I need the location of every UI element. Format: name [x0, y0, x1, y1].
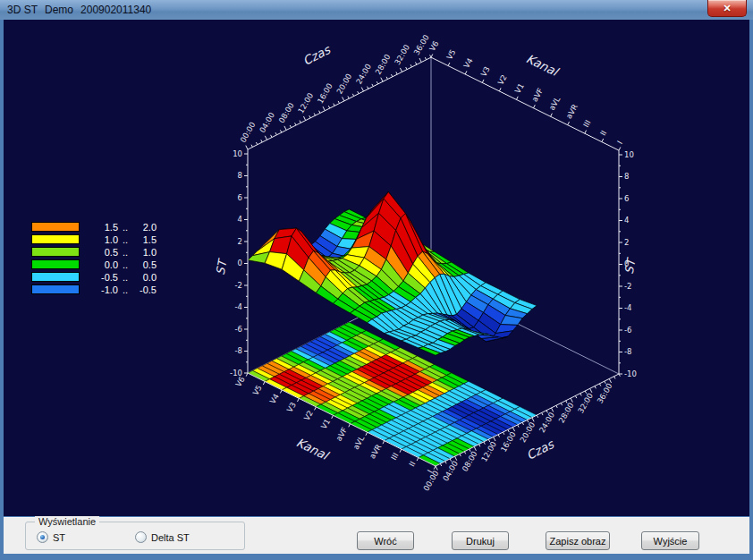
svg-text:6: 6 [624, 194, 629, 203]
svg-text:32:00: 32:00 [576, 392, 595, 415]
svg-text:-8: -8 [235, 346, 242, 355]
svg-text:V3: V3 [478, 64, 491, 78]
radio-delta-st-label[interactable]: Delta ST [151, 532, 190, 543]
save-image-button[interactable]: Zapisz obraz [546, 531, 610, 550]
svg-text:Kanal: Kanal [524, 51, 563, 80]
svg-text:-4: -4 [624, 303, 631, 312]
svg-text:V1: V1 [513, 81, 526, 95]
svg-text:6: 6 [238, 193, 242, 202]
svg-text:II: II [598, 129, 608, 137]
legend-label: -0.5..0.0 [94, 272, 157, 283]
svg-text:V2: V2 [495, 73, 508, 87]
legend-swatch [31, 272, 80, 282]
svg-text:-8: -8 [624, 347, 631, 356]
svg-text:8: 8 [624, 172, 629, 181]
svg-text:V3: V3 [285, 401, 298, 414]
svg-text:V4: V4 [461, 56, 474, 70]
groupbox-label: Wyświetlanie [35, 516, 99, 527]
legend-label: -1.0..-0.5 [94, 284, 157, 295]
legend-label: 1.5..2.0 [94, 222, 157, 233]
svg-text:24:00: 24:00 [354, 63, 373, 86]
svg-text:2: 2 [624, 238, 629, 247]
svg-text:12:00: 12:00 [479, 440, 498, 463]
exit-button[interactable]: Wyjście [641, 531, 699, 550]
svg-text:aVF: aVF [334, 426, 350, 443]
svg-text:4: 4 [624, 216, 629, 225]
display-groupbox: Wyświetlanie ST Delta ST [25, 522, 245, 550]
svg-text:8: 8 [238, 171, 242, 180]
svg-text:36:00: 36:00 [412, 33, 431, 56]
svg-text:ST: ST [622, 256, 639, 276]
close-icon: ✕ [723, 3, 731, 13]
svg-text:-4: -4 [235, 302, 242, 311]
legend-label: 0.0..0.5 [94, 259, 157, 270]
svg-text:36:00: 36:00 [596, 382, 614, 405]
svg-text:Czas: Czas [300, 42, 333, 68]
legend-swatch [31, 247, 80, 257]
svg-text:20:00: 20:00 [518, 420, 537, 444]
svg-text:Kanal: Kanal [294, 435, 333, 463]
radio-st-label[interactable]: ST [53, 532, 65, 543]
legend-label: 0.5..1.0 [94, 247, 157, 258]
legend-swatch [31, 284, 80, 294]
svg-text:08:00: 08:00 [277, 101, 296, 124]
svg-text:V6: V6 [427, 39, 440, 53]
svg-text:-2: -2 [624, 282, 631, 291]
svg-text:00:00: 00:00 [238, 121, 257, 144]
svg-text:08:00: 08:00 [461, 450, 479, 473]
svg-text:ST: ST [214, 257, 230, 276]
titlebar[interactable]: 3D ST Demo 200902011340 ✕ [0, 0, 753, 20]
legend-item: 1.0..1.5 [31, 234, 157, 244]
svg-text:V5: V5 [444, 48, 457, 62]
back-button[interactable]: Wróć [357, 531, 414, 550]
legend-swatch [31, 234, 80, 244]
svg-text:10: 10 [624, 150, 634, 159]
svg-text:04:00: 04:00 [258, 111, 276, 134]
title-id: 200902011340 [80, 4, 151, 16]
radio-st[interactable]: ST [37, 531, 65, 543]
legend-item: -0.5..0.0 [31, 272, 157, 282]
svg-text:III: III [581, 118, 592, 129]
app-window: 3D ST Demo 200902011340 ✕ 00:0000:0004:0… [0, 0, 753, 560]
svg-text:28:00: 28:00 [374, 53, 393, 76]
close-button[interactable]: ✕ [707, 0, 747, 17]
svg-text:V2: V2 [302, 409, 315, 422]
svg-text:20:00: 20:00 [334, 72, 353, 95]
svg-text:-2: -2 [235, 281, 242, 290]
svg-text:-6: -6 [624, 326, 631, 335]
svg-text:24:00: 24:00 [537, 411, 556, 434]
svg-text:-6: -6 [235, 325, 242, 334]
color-scale-legend: 1.5..2.01.0..1.50.5..1.00.0..0.5-0.5..0.… [31, 222, 157, 297]
svg-text:-10: -10 [624, 369, 637, 378]
svg-text:I: I [615, 140, 624, 146]
title-mode: Demo [45, 4, 73, 16]
legend-item: -1.0..-0.5 [31, 284, 157, 294]
svg-text:II: II [407, 460, 417, 468]
print-button[interactable]: Drukuj [452, 531, 509, 550]
legend-item: 0.5..1.0 [31, 247, 157, 257]
svg-text:V4: V4 [268, 392, 281, 405]
svg-text:2: 2 [238, 237, 242, 246]
legend-item: 0.0..0.5 [31, 259, 157, 269]
svg-text:V1: V1 [319, 418, 332, 431]
radio-delta-st-dot[interactable] [135, 531, 147, 543]
radio-delta-st[interactable]: Delta ST [135, 531, 190, 543]
svg-text:32:00: 32:00 [393, 43, 411, 66]
svg-text:28:00: 28:00 [557, 401, 576, 424]
svg-text:aVR: aVR [564, 103, 580, 121]
radio-st-dot[interactable] [37, 531, 48, 543]
svg-text:aVF: aVF [530, 87, 546, 104]
control-panel: Wyświetlanie ST Delta ST Wróć Drukuj Zap… [4, 517, 749, 554]
legend-item: 1.5..2.0 [31, 222, 157, 232]
svg-text:aVL: aVL [547, 95, 563, 112]
svg-text:III: III [389, 451, 400, 462]
svg-text:0: 0 [238, 259, 242, 267]
svg-text:-10: -10 [230, 369, 242, 378]
svg-text:aVR: aVR [368, 443, 383, 461]
plot-area: 00:0000:0004:0004:0008:0008:0012:0012:00… [4, 20, 749, 516]
svg-text:4: 4 [238, 215, 242, 224]
legend-swatch [31, 222, 80, 232]
svg-text:12:00: 12:00 [296, 91, 315, 115]
svg-text:04:00: 04:00 [441, 459, 460, 482]
svg-text:V5: V5 [250, 384, 263, 397]
